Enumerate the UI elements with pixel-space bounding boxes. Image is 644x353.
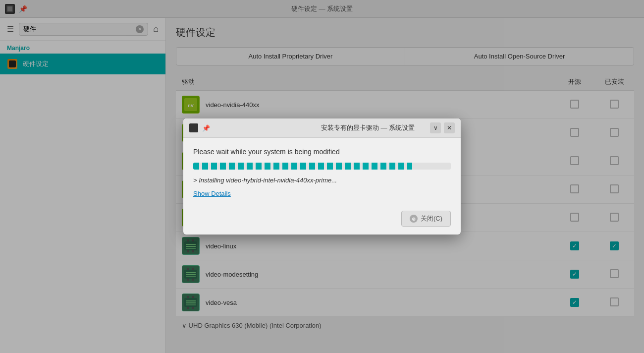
modal-close-button[interactable]: ⊗ 关闭(C): [401, 211, 451, 227]
modal-footer: ⊗ 关闭(C): [183, 206, 461, 235]
progress-bar-container: [193, 163, 451, 170]
show-details-button[interactable]: Show Details: [193, 190, 231, 197]
modal-pin-icon[interactable]: 📌: [202, 124, 210, 132]
modal-log-text: > Installing video-hybrid-intel-nvidia-4…: [193, 176, 451, 184]
modal-app-icon: [189, 123, 198, 132]
modal-close-label: 关闭(C): [421, 214, 442, 223]
modal-close-x-button[interactable]: ✕: [444, 122, 455, 133]
modal-title: 安装专有的显卡驱动 — 系统设置: [310, 123, 426, 132]
modal-minimize-button[interactable]: ∨: [430, 122, 441, 133]
modal-body: Please wait while your system is being m…: [183, 138, 461, 206]
modal-title-bar: 📌 安装专有的显卡驱动 — 系统设置 ∨ ✕: [183, 118, 461, 138]
modal-status-text: Please wait while your system is being m…: [193, 148, 451, 156]
install-dialog: 📌 安装专有的显卡驱动 — 系统设置 ∨ ✕ Please wait while…: [183, 118, 461, 235]
close-circle-icon: ⊗: [410, 215, 418, 223]
progress-bar-fill: [193, 163, 412, 170]
modal-title-left: 📌: [189, 123, 306, 132]
modal-overlay: 📌 安装专有的显卡驱动 — 系统设置 ∨ ✕ Please wait while…: [0, 0, 644, 353]
modal-controls: ∨ ✕: [430, 122, 455, 133]
